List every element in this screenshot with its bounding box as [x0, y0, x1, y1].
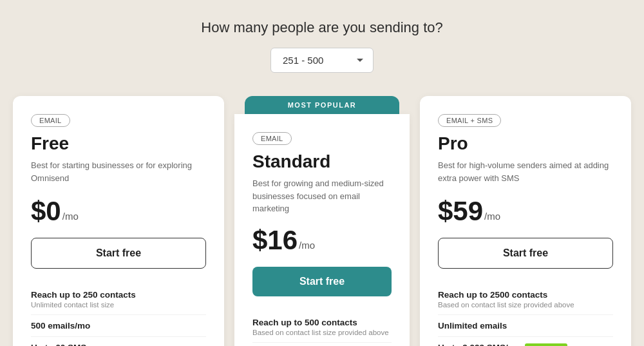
plan-free-price: $0 /mo	[31, 198, 206, 225]
plan-standard-amount: $16	[252, 227, 298, 254]
plan-standard-price: $16 /mo	[252, 227, 392, 254]
plan-standard-cta-button[interactable]: Start free	[252, 267, 392, 296]
feature-main-text: Up to 60 SMS	[31, 343, 206, 346]
plan-pro-cta-button[interactable]: Start free	[438, 238, 613, 269]
audience-size-dropdown[interactable]: 1 - 250 251 - 500 501 - 1000 1001 - 2500…	[270, 48, 374, 73]
most-popular-banner: MOST POPULAR	[245, 96, 399, 114]
feature-sub-text: Unlimited contact list size	[31, 301, 206, 309]
list-item: 500 emails/mo	[31, 314, 206, 336]
list-item: Reach up to 500 contacts Based on contac…	[252, 312, 392, 342]
best-deal-badge: BEST DEAL	[525, 343, 567, 347]
plan-free-badge: EMAIL	[31, 114, 70, 127]
list-item: 6,000 emails/mo	[252, 342, 392, 347]
plan-pro-badge: EMAIL + SMS	[438, 114, 501, 127]
feature-sub-text: Based on contact list size provided abov…	[438, 301, 613, 309]
list-item: Unlimited emails	[438, 314, 613, 336]
audience-size-dropdown-wrapper: 1 - 250 251 - 500 501 - 1000 1001 - 2500…	[270, 48, 374, 73]
plan-pro-features: Reach up to 2500 contacts Based on conta…	[438, 284, 613, 346]
feature-main-text: Up to 3,933 SMS/mo BEST DEAL	[438, 343, 613, 346]
plan-free-description: Best for starting businesses or for expl…	[31, 159, 206, 186]
plan-standard-features: Reach up to 500 contacts Based on contac…	[252, 312, 392, 347]
plan-standard-badge: EMAIL	[252, 132, 292, 145]
plan-pro-amount: $59	[438, 198, 483, 225]
plan-standard-description: Best for growing and medium-sized busine…	[252, 177, 392, 215]
plan-pro-price: $59 /mo	[438, 198, 613, 225]
feature-main-text: 500 emails/mo	[31, 321, 206, 331]
plan-free-name: Free	[31, 133, 206, 154]
plan-free-period: /mo	[62, 211, 79, 222]
plan-standard-period: /mo	[299, 240, 315, 251]
list-item: Up to 3,933 SMS/mo BEST DEAL Free monthl…	[438, 336, 613, 346]
plan-standard-card: EMAIL Standard Best for growing and medi…	[234, 114, 410, 346]
list-item: Reach up to 250 contacts Unlimited conta…	[31, 284, 206, 314]
feature-main-text: Unlimited emails	[438, 321, 613, 331]
list-item: Up to 60 SMS	[31, 336, 206, 346]
feature-main-text: Reach up to 500 contacts	[252, 318, 392, 327]
plan-pro-name: Pro	[438, 133, 613, 154]
plan-free-card: EMAIL Free Best for starting businesses …	[13, 96, 224, 346]
feature-sub-text: Based on contact list size provided abov…	[252, 329, 392, 336]
feature-main-text: Reach up to 250 contacts	[31, 290, 206, 300]
plan-pro-description: Best for high-volume senders aimed at ad…	[438, 159, 613, 186]
plan-pro-card: EMAIL + SMS Pro Best for high-volume sen…	[420, 96, 631, 346]
pricing-cards-container: EMAIL Free Best for starting businesses …	[13, 96, 631, 346]
page-question: How many people are you sending to?	[201, 19, 442, 36]
plan-free-amount: $0	[31, 198, 61, 225]
plan-standard-name: Standard	[252, 151, 392, 172]
list-item: Reach up to 2500 contacts Based on conta…	[438, 284, 613, 314]
feature-main-text: Reach up to 2500 contacts	[438, 290, 613, 300]
plan-free-cta-button[interactable]: Start free	[31, 238, 206, 269]
plan-free-features: Reach up to 250 contacts Unlimited conta…	[31, 284, 206, 346]
plan-pro-period: /mo	[484, 211, 500, 222]
